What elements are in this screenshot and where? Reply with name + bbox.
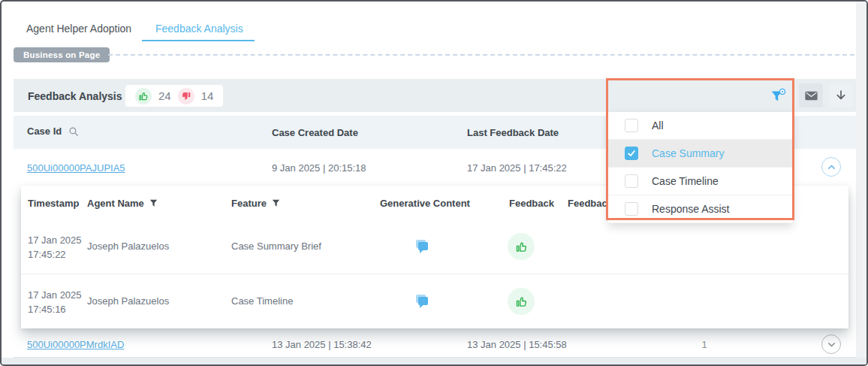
feature-label: Feature [231,198,267,209]
last-feedback-date: 13 Jan 2025 | 15:45:58 [467,339,567,350]
checkbox-unchecked[interactable] [625,202,638,216]
checkmark-icon [627,149,636,158]
feedback-counts-box: 24 14 [125,85,223,107]
download-icon [834,89,848,102]
subcolumn-generative-content: Generative Content [380,198,470,209]
filter-option-label: Response Assist [652,203,730,215]
agent-name: Joseph Palazuelos [87,295,169,307]
agent-name-label: Agent Name [87,198,144,209]
column-case-id: Case Id [27,126,79,137]
feature-name: Case Summary Brief [231,240,321,252]
generative-content-button[interactable] [413,292,431,313]
filter-option-all[interactable]: All [608,112,793,140]
agent-filter-icon[interactable] [149,199,158,207]
search-icon[interactable] [68,126,79,137]
download-button[interactable] [829,83,853,107]
chat-icon [413,292,431,310]
subcolumn-feedback: Feedback [509,198,554,209]
case-created-date: 13 Jan 2025 | 15:38:42 [272,339,372,350]
filter-icon [769,86,787,104]
filter-option-case-summary[interactable]: Case Summary [608,140,793,168]
filter-option-label: Case Timeline [652,175,719,187]
checkbox-unchecked[interactable] [625,119,638,132]
thumbs-up-icon [135,88,152,104]
subcolumn-feature: Feature [231,198,280,209]
filter-button[interactable] [766,83,790,107]
thumbs-down-icon [178,88,194,104]
feedback-time: 17:45:22 [28,248,82,262]
feature-filter-dropdown: All Case Summary Case Timeline Response … [608,112,793,223]
checkbox-checked[interactable] [625,147,638,160]
expand-row-button[interactable] [821,334,841,354]
filter-option-response-assist[interactable]: Response Assist [608,195,793,223]
case-created-date: 9 Jan 2025 | 20:15:18 [272,162,366,174]
filter-option-label: All [652,119,664,132]
feedback-status-positive [508,233,535,260]
chat-icon [413,237,431,256]
column-case-id-label: Case Id [27,126,62,137]
feedback-row: 17 Jan 2025 17:45:16 Joseph Palazuelos C… [21,274,848,328]
agent-name: Joseph Palazuelos [87,240,169,252]
chevron-down-icon [827,340,836,349]
feedback-count: 1 [689,339,719,350]
feedback-analysis-header-bar: Feedback Analysis 24 14 [14,79,856,112]
generative-content-button[interactable] [413,237,431,258]
section-title: Feedback Analysis [28,90,122,102]
feature-filter-icon[interactable] [272,199,280,207]
mail-icon [805,91,818,101]
thumbs-down-count: 14 [201,89,214,102]
business-on-page-badge: Business on Page [14,47,110,62]
case-id-link[interactable]: 500Ui00000PAJUPIA5 [27,162,125,174]
tab-agent-helper-adoption[interactable]: Agent Helper Adoption [26,23,131,35]
feedback-date: 17 Jan 2025 [28,289,82,303]
page-bottom-margin [2,358,866,364]
column-last-feedback-date: Last Feedback Date [467,127,559,138]
case-row-collapsed: 500Ui00000PMrdkIAD 13 Jan 2025 | 15:38:4… [14,332,856,358]
thumbs-up-icon [515,240,528,253]
last-feedback-date: 17 Jan 2025 | 17:45:22 [467,162,567,174]
checkbox-unchecked[interactable] [625,174,638,188]
email-button[interactable] [799,83,823,107]
feedback-row: 17 Jan 2025 17:45:22 Joseph Palazuelos C… [21,219,848,274]
collapse-row-button[interactable] [821,157,841,177]
feedback-status-positive [508,288,535,315]
filter-option-case-timeline[interactable]: Case Timeline [608,168,793,195]
active-tab-underline [142,40,255,41]
feedback-time: 17:45:16 [28,303,82,317]
subcolumn-timestamp: Timestamp [28,198,79,209]
thumbs-up-icon [515,295,528,308]
thumbs-up-count: 24 [158,89,171,102]
case-id-link[interactable]: 500Ui00000PMrdkIAD [27,339,124,350]
feedback-timestamp: 17 Jan 2025 17:45:22 [28,234,82,262]
page-right-margin [856,2,866,364]
feature-name: Case Timeline [231,295,293,307]
subcolumn-agent-name: Agent Name [87,198,158,209]
feedback-date: 17 Jan 2025 [28,234,82,248]
tab-feedback-analysis[interactable]: Feedback Analysis [155,23,243,35]
subcolumn-feedback-comment: Feedback [568,198,613,209]
feedback-timestamp: 17 Jan 2025 17:45:16 [28,289,82,317]
dashed-divider [108,54,854,56]
column-created-date: Case Created Date [272,127,358,138]
chevron-up-icon [827,162,836,172]
app-window: Agent Helper Adoption Feedback Analysis … [0,0,868,366]
filter-option-label: Case Summary [652,147,724,159]
